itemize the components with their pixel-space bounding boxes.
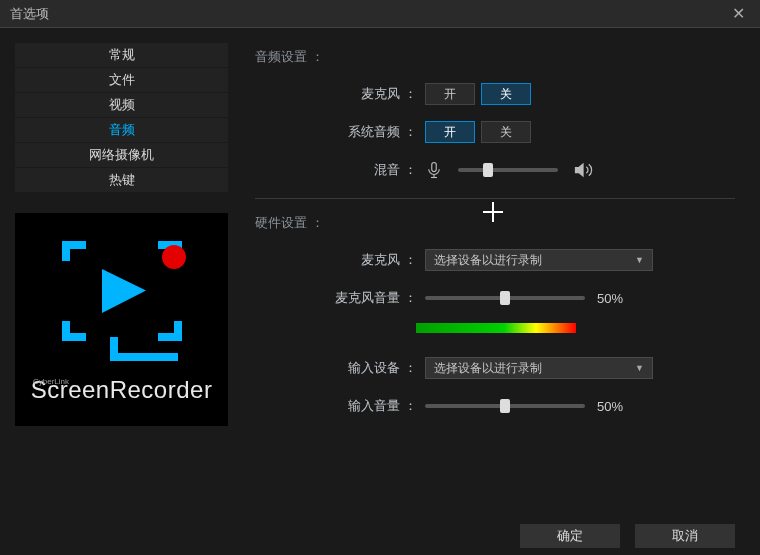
mic-on-button[interactable]: 开 [425, 83, 475, 105]
titlebar: 首选项 ✕ [0, 0, 760, 28]
system-audio-toggle-group: 开 关 [425, 121, 531, 143]
input-volume-percent: 50% [597, 399, 623, 414]
mic-level-meter [416, 323, 576, 333]
mic-volume-thumb[interactable] [500, 291, 510, 305]
main-area: 常规 文件 视频 音频 网络摄像机 热键 CyberLink ScreenRec… [0, 28, 760, 518]
close-button[interactable]: ✕ [726, 2, 750, 26]
speaker-icon [573, 160, 593, 180]
nav-webcam[interactable]: 网络摄像机 [15, 143, 228, 168]
system-audio-row: 系统音频 ： 开 关 [255, 119, 735, 145]
hw-mic-label: 麦克风 [255, 251, 400, 269]
mic-toggle-group: 开 关 [425, 83, 531, 105]
mic-dropdown-value: 选择设备以进行录制 [434, 252, 542, 269]
mic-volume-slider[interactable] [425, 296, 585, 300]
svg-rect-2 [432, 163, 437, 172]
input-device-dropdown[interactable]: 选择设备以进行录制 [425, 357, 653, 379]
input-volume-thumb[interactable] [500, 399, 510, 413]
hw-mic-row: 麦克风 ： 选择设备以进行录制 [255, 247, 735, 273]
mic-volume-row: 麦克风音量 ： 50% [255, 285, 735, 311]
mix-slider-thumb[interactable] [483, 163, 493, 177]
input-dropdown-value: 选择设备以进行录制 [434, 360, 542, 377]
brand-small: CyberLink [33, 377, 69, 386]
mic-toggle-row: 麦克风 ： 开 关 [255, 81, 735, 107]
mic-volume-label: 麦克风音量 [255, 289, 400, 307]
input-volume-row: 输入音量 ： 50% [255, 393, 735, 419]
mic-device-dropdown[interactable]: 选择设备以进行录制 [425, 249, 653, 271]
mic-volume-percent: 50% [597, 291, 623, 306]
system-audio-off-button[interactable]: 关 [481, 121, 531, 143]
hardware-section-title: 硬件设置 ： [255, 214, 735, 232]
svg-marker-5 [576, 164, 584, 176]
nav-file[interactable]: 文件 [15, 68, 228, 93]
window-title: 首选项 [10, 5, 726, 23]
nav-hotkey[interactable]: 热键 [15, 168, 228, 193]
microphone-icon [425, 161, 443, 179]
input-device-row: 输入设备 ： 选择设备以进行录制 [255, 355, 735, 381]
mic-off-button[interactable]: 关 [481, 83, 531, 105]
nav-general[interactable]: 常规 [15, 43, 228, 68]
section-divider [255, 198, 735, 199]
input-device-label: 输入设备 [255, 359, 400, 377]
screenrecorder-logo-icon [42, 236, 202, 366]
cancel-button[interactable]: 取消 [635, 524, 735, 548]
svg-point-1 [162, 245, 186, 269]
system-audio-label: 系统音频 [255, 123, 400, 141]
mix-slider[interactable] [458, 168, 558, 172]
nav-list: 常规 文件 视频 音频 网络摄像机 热键 [15, 43, 228, 193]
svg-marker-0 [102, 269, 146, 313]
content-panel: 音频设置 ： 麦克风 ： 开 关 系统音频 ： 开 关 混音 ： [243, 28, 760, 518]
input-volume-label: 输入音量 [255, 397, 400, 415]
sidebar: 常规 文件 视频 音频 网络摄像机 热键 CyberLink ScreenRec… [0, 28, 243, 518]
nav-audio[interactable]: 音频 [15, 118, 228, 143]
system-audio-on-button[interactable]: 开 [425, 121, 475, 143]
nav-video[interactable]: 视频 [15, 93, 228, 118]
brand-logo-box: CyberLink ScreenRecorder [15, 213, 228, 426]
ok-button[interactable]: 确定 [520, 524, 620, 548]
mic-label: 麦克风 [255, 85, 400, 103]
input-volume-slider[interactable] [425, 404, 585, 408]
mix-label: 混音 [255, 161, 400, 179]
mix-row: 混音 ： [255, 157, 735, 183]
footer: 确定 取消 [0, 518, 760, 554]
audio-section-title: 音频设置 ： [255, 48, 735, 66]
